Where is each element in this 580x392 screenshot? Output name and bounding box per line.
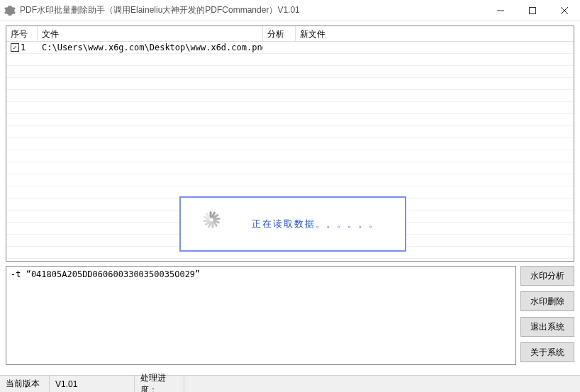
gear-icon xyxy=(4,5,16,16)
minimize-button[interactable] xyxy=(484,0,516,21)
cell-file: C:\Users\www.x6g.com\Desktop\www.x6d.com… xyxy=(38,42,263,53)
bottom-row: 水印分析 水印删除 退出系统 关于系统 xyxy=(6,266,574,365)
loading-dialog: 正在读取数据。。。。。。 xyxy=(179,196,406,252)
table-row xyxy=(6,138,574,150)
content-area: 序号 文件 分析 新文件 ✓1C:\Users\www.x6g.com\Desk… xyxy=(0,21,580,365)
action-buttons: 水印分析 水印删除 退出系统 关于系统 xyxy=(520,266,574,365)
loading-text: 正在读取数据。。。。。。 xyxy=(252,218,379,230)
table-row xyxy=(6,90,574,102)
progress-value xyxy=(184,376,580,392)
table-row xyxy=(6,150,574,162)
close-button[interactable] xyxy=(548,0,580,21)
analyze-button[interactable]: 水印分析 xyxy=(520,266,574,286)
version-value: V1.01 xyxy=(50,376,135,392)
table-row xyxy=(6,162,574,174)
spinner-icon xyxy=(198,211,223,237)
table-row xyxy=(6,78,574,90)
cell-newfile xyxy=(296,42,574,53)
checkbox-icon[interactable]: ✓ xyxy=(11,43,19,52)
window-controls xyxy=(484,0,580,21)
cell-seq: ✓1 xyxy=(6,42,38,53)
seq-value: 1 xyxy=(21,43,26,52)
command-textarea[interactable] xyxy=(6,266,516,365)
table-row xyxy=(6,66,574,78)
table-header: 序号 文件 分析 新文件 xyxy=(6,26,574,42)
col-newfile[interactable]: 新文件 xyxy=(296,26,574,41)
version-label: 当前版本 xyxy=(0,376,50,392)
progress-label: 处理进度： xyxy=(135,376,184,392)
table-row[interactable]: ✓1C:\Users\www.x6g.com\Desktop\www.x6d.c… xyxy=(6,42,574,54)
col-file[interactable]: 文件 xyxy=(38,26,263,41)
col-seq[interactable]: 序号 xyxy=(6,26,38,41)
table-row xyxy=(6,102,574,114)
table-row xyxy=(6,114,574,126)
status-bar: 当前版本 V1.01 处理进度： xyxy=(0,375,580,392)
exit-button[interactable]: 退出系统 xyxy=(520,317,574,337)
titlebar: PDF水印批量删除助手（调用Elaineliu大神开发的PDFCommander… xyxy=(0,0,580,21)
svg-rect-0 xyxy=(529,7,535,13)
table-row xyxy=(6,54,574,66)
table-row xyxy=(6,126,574,138)
maximize-button[interactable] xyxy=(516,0,548,21)
cell-analysis xyxy=(263,42,296,53)
window-title: PDF水印批量删除助手（调用Elaineliu大神开发的PDFCommander… xyxy=(20,4,484,16)
col-analysis[interactable]: 分析 xyxy=(263,26,296,41)
about-button[interactable]: 关于系统 xyxy=(520,342,574,362)
table-row xyxy=(6,174,574,186)
delete-button[interactable]: 水印删除 xyxy=(520,291,574,311)
